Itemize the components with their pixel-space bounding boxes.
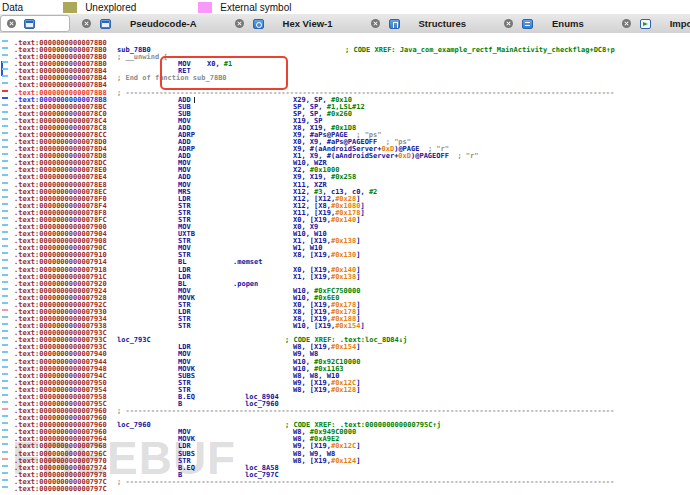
close-icon[interactable] <box>235 19 244 28</box>
nav-band-mark <box>2 146 8 148</box>
nav-band-mark <box>2 118 8 120</box>
legend-swatch-unexplored <box>63 2 77 13</box>
operands: .popen <box>233 281 258 288</box>
nav-band-mark <box>2 401 8 403</box>
nav-band-mark <box>2 210 8 212</box>
nav-band-mark <box>2 238 8 240</box>
nav-band-mark <box>2 182 8 184</box>
nav-band-mark <box>2 465 8 467</box>
nav-band-mark <box>2 295 8 297</box>
tab-label: Structures <box>409 18 477 29</box>
nav-band-mark <box>2 167 8 169</box>
separator: ; --------------------------------------… <box>117 479 614 486</box>
nav-band-mark <box>2 75 8 77</box>
operands: W8, [X19,#0x124] <box>293 458 360 465</box>
nav-band-mark <box>2 252 8 254</box>
nav-band-mark <box>2 153 8 155</box>
legend-swatch-external-symbol <box>198 2 212 13</box>
nav-band-mark <box>2 245 8 247</box>
text-cursor <box>194 97 195 103</box>
nav-band-mark <box>2 408 8 410</box>
operands: .memset <box>233 259 263 266</box>
disassembly-listing[interactable]: FREEBUF .text:00000000000078B0.text:0000… <box>0 33 690 495</box>
nav-band-mark <box>2 351 8 353</box>
nav-band-mark <box>2 337 8 339</box>
tab-label: Pseudocode-A <box>120 18 207 29</box>
tab-hex-view-1[interactable]: Hex View-1 <box>223 16 355 31</box>
operands: W10, [X19,#0x154] <box>293 323 365 330</box>
nav-band-mark <box>2 132 8 134</box>
nav-band-mark <box>2 61 8 63</box>
nav-band-mark <box>2 422 8 424</box>
nav-band-mark <box>2 68 8 70</box>
legend-label-unexplored: Unexplored <box>85 2 136 13</box>
enums-icon <box>522 19 533 29</box>
close-icon[interactable] <box>622 19 631 28</box>
tab-imports[interactable]: Imports <box>610 16 690 31</box>
tab-label: Hex View-1 <box>273 18 343 29</box>
structures-icon <box>389 19 400 29</box>
close-icon[interactable] <box>504 19 513 28</box>
separator: ; --------------------------------------… <box>117 408 614 415</box>
pseudocode-icon <box>100 19 111 29</box>
listing-rows: .text:00000000000078B0.text:000000000000… <box>0 40 690 493</box>
mnemonic: STR <box>178 323 191 330</box>
nav-band-mark <box>2 174 8 176</box>
close-icon[interactable] <box>7 19 16 28</box>
close-icon[interactable] <box>82 19 91 28</box>
nav-band-mark <box>2 125 8 127</box>
tab-enums[interactable]: Enums <box>492 16 606 31</box>
tab-structures[interactable]: Structures <box>359 16 489 31</box>
label: loc_793C <box>117 337 151 344</box>
nav-band-mark <box>2 189 8 191</box>
nav-band-mark <box>2 344 8 346</box>
nav-band-mark <box>2 217 8 219</box>
tab-ida-view[interactable] <box>0 15 70 32</box>
nav-band-mark <box>2 267 8 269</box>
nav-band-mark <box>2 224 8 226</box>
nav-band-mark <box>2 458 8 460</box>
tab-label: Enums <box>542 18 594 29</box>
nav-band-mark <box>2 47 8 49</box>
nav-band-mark <box>2 139 8 141</box>
nav-band-mark <box>2 380 8 382</box>
nav-band-mark <box>2 429 8 431</box>
ida-window: Data Unexplored External symbol Pseudoco… <box>0 0 690 495</box>
legend-label-external-symbol: External symbol <box>220 2 291 13</box>
nav-band-mark <box>2 274 8 276</box>
nav-band-mark <box>2 40 8 42</box>
nav-band-mark <box>2 111 8 113</box>
nav-band-mark <box>2 366 8 368</box>
xref-comment: ; CODE XREF: Java_com_example_rectf_Main… <box>345 47 615 54</box>
nav-band-mark <box>2 316 8 318</box>
separator: ; --------------------------------------… <box>117 90 614 97</box>
imports-icon <box>640 19 651 29</box>
nav-band-mark <box>2 259 8 261</box>
nav-band-mark <box>2 436 8 438</box>
operands: X8, [X19,#0x130] <box>293 252 360 259</box>
tab-pseudocode-a[interactable]: Pseudocode-A <box>70 16 219 31</box>
operands: W8, [X19,#0x128] <box>293 387 360 394</box>
nav-band-mark <box>2 486 8 488</box>
hex-view-icon <box>253 19 264 29</box>
nav-band-mark <box>2 323 8 325</box>
label: loc_7960 <box>117 422 151 429</box>
nav-band-mark <box>2 196 8 198</box>
nav-band-mark <box>2 231 8 233</box>
nav-band-mark <box>2 302 8 304</box>
listing-line[interactable]: .text:000000000000797C <box>0 486 690 493</box>
ida-view-icon <box>24 19 35 29</box>
nav-band-mark <box>2 97 8 99</box>
nav-band-mark <box>2 415 8 417</box>
nav-band-mark <box>2 82 8 84</box>
nav-band-mark <box>2 309 8 311</box>
operands: X1, [X19,#0x138] <box>293 274 360 281</box>
close-icon[interactable] <box>371 19 380 28</box>
nav-band-mark <box>2 54 8 56</box>
nav-band-mark <box>2 443 8 445</box>
highlight-box <box>160 56 288 90</box>
nav-band-mark <box>2 203 8 205</box>
nav-band-mark <box>2 472 8 474</box>
nav-band-mark <box>2 288 8 290</box>
address: .text:000000000000797C <box>14 486 107 493</box>
